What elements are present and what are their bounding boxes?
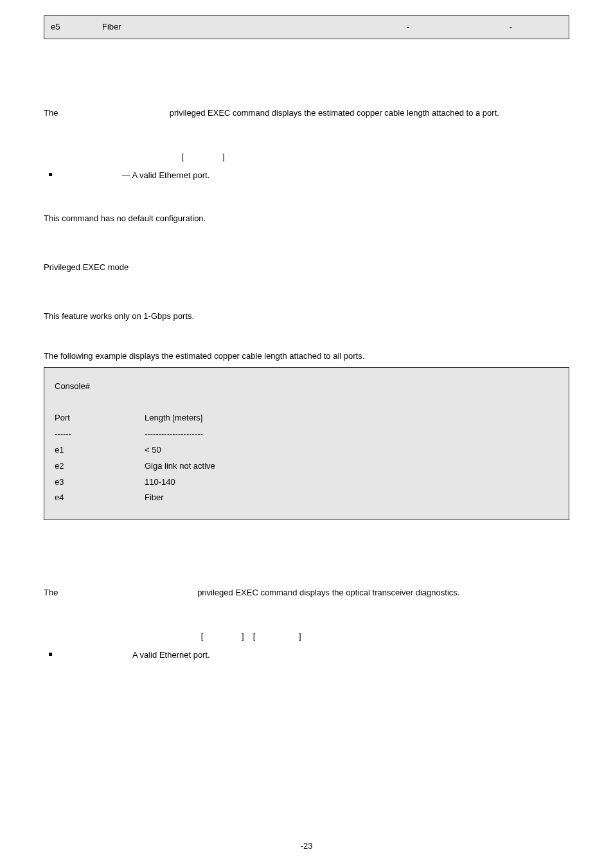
command-mode: Privileged EXEC mode	[44, 259, 569, 276]
bracket-open: [	[199, 631, 206, 643]
param-desc: A valid Ethernet port.	[132, 650, 210, 660]
bracket-close: ]	[297, 631, 303, 643]
bracket-close: ]	[220, 151, 227, 163]
cmd1-description: The privileged EXEC command displays the…	[44, 105, 569, 122]
col-header-port: Port	[55, 412, 145, 424]
page-number: -23	[0, 840, 613, 853]
example-output: Console# Port Length [meters] ------ ---…	[44, 367, 569, 520]
user-guideline: This feature works only on 1-Gbps ports.	[44, 308, 569, 325]
cmd-name-placeholder	[60, 108, 167, 118]
cell-value: 110-140	[145, 476, 558, 489]
cell-value: < 50	[145, 444, 558, 457]
text: privileged EXEC command displays the est…	[167, 108, 499, 118]
cell-value: Fiber	[145, 492, 558, 504]
cell-port: e1	[55, 444, 145, 457]
divider: ------	[55, 428, 145, 440]
divider: ---------------------	[145, 428, 558, 440]
text: privileged EXEC command displays the opt…	[195, 588, 460, 597]
cmd1-syntax: [ ]	[44, 151, 569, 163]
cmd2-description: The privileged EXEC command displays the…	[44, 584, 569, 601]
param-desc: — A valid Ethernet port.	[120, 170, 209, 180]
cell-port: e5	[51, 21, 102, 33]
cmd-name-placeholder	[60, 588, 195, 597]
table-row: e1 < 50	[55, 444, 558, 457]
list-item: A valid Ethernet port.	[49, 649, 569, 662]
text: The	[44, 108, 60, 118]
example-intro: The following example displays the estim…	[44, 350, 569, 363]
table-row: e4 Fiber	[55, 492, 558, 504]
cell-value: Giga link not active	[145, 460, 558, 473]
cmd1-params: — A valid Ethernet port.	[49, 170, 569, 182]
table-row: e2 Giga link not active	[55, 460, 558, 473]
bracket-close: ]	[240, 631, 246, 643]
cell-port: e2	[55, 460, 145, 473]
bracket-open: [	[180, 151, 186, 163]
list-item: — A valid Ethernet port.	[49, 170, 569, 182]
cell-col3: -	[357, 21, 459, 33]
cell-port: e4	[55, 492, 145, 504]
col-header-length: Length [meters]	[145, 412, 558, 424]
bracket-open: [	[251, 631, 258, 643]
table-row-fragment: e5 Fiber - -	[44, 15, 569, 39]
table-row: e3 110-140	[55, 476, 558, 489]
cmd2-params: A valid Ethernet port.	[49, 649, 569, 662]
cell-port: e3	[55, 476, 145, 489]
cmd2-syntax: [ ] [ ]	[44, 631, 569, 643]
console-prompt: Console#	[55, 381, 145, 393]
default-config: This command has no default configuratio…	[44, 210, 569, 227]
text: The	[44, 588, 60, 597]
cell-type: Fiber	[102, 21, 357, 33]
cell-col4: -	[459, 21, 562, 33]
